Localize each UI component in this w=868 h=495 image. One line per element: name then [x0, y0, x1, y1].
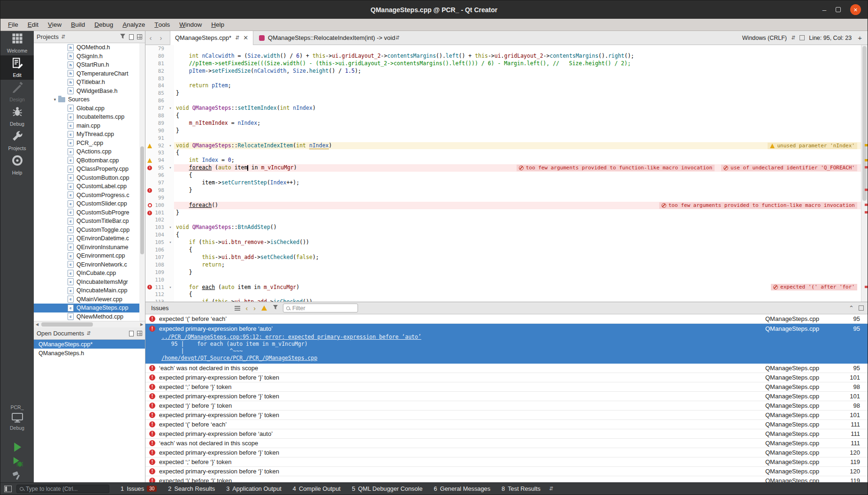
symbol-selector[interactable]: QManageSteps::RelocateIndexItem(int) -> … [268, 34, 395, 41]
fold-marker[interactable] [167, 298, 174, 302]
minimize-button[interactable]: – [822, 6, 826, 13]
issue-item[interactable]: !expected ‘)’ before ‘}’ tokenQManageSte… [145, 476, 868, 482]
fold-marker[interactable] [167, 90, 174, 97]
fold-marker[interactable] [167, 246, 174, 254]
code-line[interactable]: 87▾void QManageSteps::setItemIndex(int n… [145, 105, 868, 112]
fold-marker[interactable] [167, 179, 174, 187]
code-line[interactable]: !95▾ foreach (auto item in m_vIncuMgr)to… [145, 164, 868, 172]
tree-item[interactable]: hQStartRun.h [34, 61, 145, 69]
fold-marker[interactable] [167, 97, 174, 105]
tree-item[interactable]: cQClassProperty.cpp [34, 165, 145, 174]
fold-marker[interactable] [167, 53, 174, 60]
code-line[interactable]: 113 if (this->ui.btn_add->isChecked()) [145, 298, 868, 302]
open-documents-combo-icon[interactable]: ⇵ [86, 330, 91, 336]
fold-marker[interactable] [167, 276, 174, 284]
issue-item[interactable]: !expected ‘)’ before ‘}’ tokenQManageSte… [145, 401, 868, 411]
fold-marker[interactable]: ▾ [167, 164, 174, 172]
code-line[interactable]: 94 int Index = 0; [145, 157, 868, 164]
menu-view[interactable]: View [43, 19, 66, 31]
tree-item[interactable]: cQCustomSlider.cpp [34, 199, 145, 208]
output-pane-issues[interactable]: 1Issues30 [115, 483, 162, 495]
fold-marker[interactable] [167, 209, 174, 217]
tab-close-icon[interactable]: ✕ [243, 34, 248, 41]
code-editor[interactable]: 7980 int nCalcwidth = (Size.width() / 6)… [145, 45, 868, 302]
toggle-sidebar-icon[interactable] [4, 486, 12, 492]
tree-item[interactable]: hQSignIn.h [34, 52, 145, 61]
close-button[interactable]: × [850, 4, 861, 15]
code-line[interactable]: 92▾void QManageSteps::RelocateIndexItem(… [145, 142, 868, 150]
mode-edit[interactable]: Edit [0, 55, 34, 80]
code-line[interactable]: 85} [145, 90, 868, 97]
open-document-item[interactable]: QManageSteps.cpp* [34, 340, 145, 349]
mode-projects[interactable]: Projects [0, 129, 34, 153]
code-line[interactable]: 81 //pItem->setFixedSize(((Size.width() … [145, 60, 868, 68]
tree-item[interactable]: cQEnvironNetwork.c [34, 260, 145, 269]
fold-marker[interactable] [167, 261, 174, 269]
menu-debug[interactable]: Debug [90, 19, 118, 31]
sync-with-editor-icon[interactable] [129, 34, 134, 40]
tree-item[interactable]: hQTemperatureChart [34, 69, 145, 78]
code-line[interactable]: 80 int nCalcwidth = (Size.width() / 6) +… [145, 53, 868, 60]
fold-marker[interactable] [167, 135, 174, 142]
issue-item[interactable]: !expected primary-expression before ‘}’ … [145, 411, 868, 420]
tree-item[interactable]: cQCustomProgress.c [34, 191, 145, 200]
code-line[interactable]: 106 { [145, 246, 868, 254]
issue-item[interactable]: !‘each’ was not declared in this scopeQM… [145, 364, 868, 373]
output-pane-compile-output[interactable]: 4Compile Output [287, 483, 346, 495]
editor-scrollbar[interactable] [861, 45, 868, 302]
code-line[interactable]: 105▾ if (this->ui.btn_remove->isChecked(… [145, 239, 868, 246]
tree-item[interactable]: hQWidgetBase.h [34, 87, 145, 96]
fold-marker[interactable] [167, 254, 174, 261]
code-line[interactable]: 82 pItem->setFixedSize(nCalcwidth, Size.… [145, 68, 868, 75]
fold-marker[interactable] [167, 60, 174, 68]
output-pane-toggle-icon[interactable]: ⇵ [549, 486, 553, 492]
funnel-filter-icon[interactable] [273, 305, 278, 312]
symbol-dropdown-icon[interactable]: ⇵ [395, 35, 399, 41]
code-line[interactable]: 93{ [145, 149, 868, 157]
fold-marker[interactable] [167, 120, 174, 127]
code-line[interactable]: 88{ [145, 112, 868, 120]
open-documents-header[interactable]: Open Documents ⇵ [34, 327, 145, 340]
split-panel-icon[interactable] [137, 34, 142, 39]
fold-marker[interactable] [167, 269, 174, 276]
code-line[interactable]: 89 m_nItemIndex = nIndex; [145, 120, 868, 127]
issue-item[interactable]: !expected primary-expression before ‘}’ … [145, 467, 868, 476]
fold-marker[interactable] [167, 216, 174, 224]
tree-item[interactable]: cIncubateItems.cpp [34, 113, 145, 122]
category-filter-icon[interactable] [235, 306, 240, 311]
tree-item[interactable]: cQIncubateItemsMgr [34, 278, 145, 287]
tree-item[interactable]: cPCR_.cpp [34, 139, 145, 148]
issue-item-selected[interactable]: !expected primary-expression before ‘aut… [145, 324, 868, 364]
code-line[interactable]: 107 this->ui.btn_add->setChecked(false); [145, 254, 868, 261]
issue-item[interactable]: !expected primary-expression before ‘}’ … [145, 448, 868, 457]
tree-item[interactable]: cQInCubate.cpp [34, 269, 145, 278]
tree-item[interactable]: cQBottombar.cpp [34, 156, 145, 165]
fold-marker[interactable] [167, 75, 174, 83]
output-pane-qml-debugger-console[interactable]: 5QML Debugger Console [346, 483, 428, 495]
tree-item[interactable]: cQMainViewer.cpp [34, 295, 145, 304]
debug-run-button[interactable] [12, 456, 23, 468]
issue-item[interactable]: !‘each’ was not declared in this scopeQM… [145, 439, 868, 448]
code-line[interactable]: 102 [145, 216, 868, 224]
code-line[interactable]: !101} [145, 209, 868, 217]
issue-item[interactable]: !expected ‘;’ before ‘}’ tokenQManageSte… [145, 457, 868, 467]
code-line[interactable]: 86 [145, 97, 868, 105]
editor-tab[interactable]: QManageSteps.cpp* ⇵ ✕ [170, 31, 253, 45]
tree-item[interactable]: cQActions.cpp [34, 147, 145, 156]
title-bar[interactable]: QManageSteps.cpp @ PCR_ - Qt Creator – × [0, 0, 868, 19]
encoding-selector[interactable]: Windows (CRLF) [742, 35, 787, 41]
issue-detail-link[interactable]: /home/devqt/QT_Source/PCR_/PCR_/QManageS… [161, 355, 868, 362]
fold-marker[interactable]: ▾ [167, 224, 174, 231]
tree-item[interactable]: hQOMethod.h [34, 43, 145, 52]
code-line[interactable]: 84 return pItem; [145, 82, 868, 90]
menu-file[interactable]: File [3, 19, 23, 31]
issues-filter-input[interactable]: Filter [283, 304, 358, 312]
mode-design[interactable]: Design [0, 80, 34, 104]
fold-marker[interactable] [167, 231, 174, 239]
locator-input[interactable]: Type to locate (Ctrl... [16, 485, 109, 493]
code-line[interactable]: 96 { [145, 172, 868, 179]
back-icon[interactable]: ‹ [145, 34, 156, 42]
build-button[interactable] [12, 470, 23, 480]
tree-item[interactable]: cQEnvironDatetime.c [34, 234, 145, 243]
projects-panel-header[interactable]: Projects ⇵ [34, 31, 145, 43]
